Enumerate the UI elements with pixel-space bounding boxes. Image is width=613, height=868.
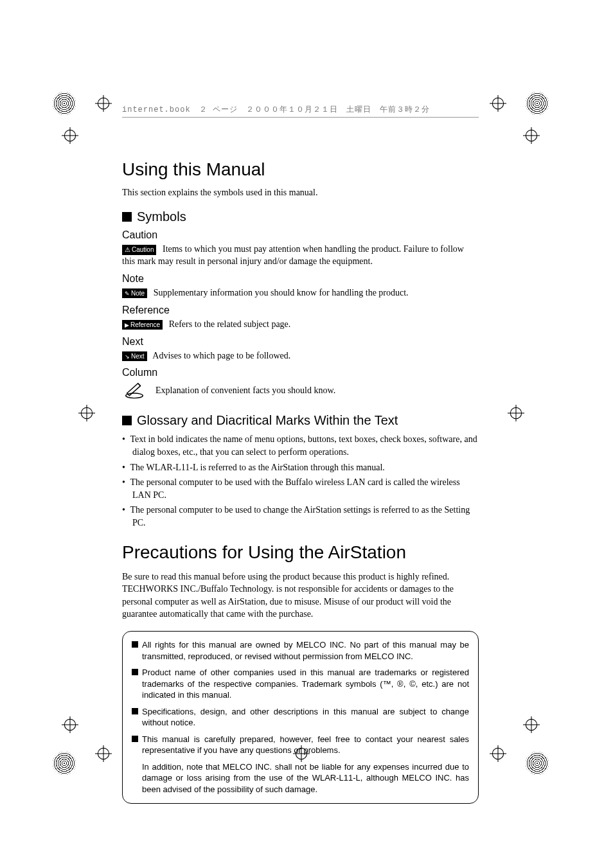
column-block: Explanation of convenient facts you shou…	[122, 381, 479, 400]
box-text: This manual is carefully prepared, howev…	[142, 734, 469, 756]
registration-mark	[62, 716, 78, 733]
box-item: Specifications, design, and other descri…	[132, 706, 469, 729]
column-heading: Column	[122, 367, 479, 378]
next-heading: Next	[122, 336, 479, 348]
registration-mark	[78, 405, 95, 421]
registration-mark	[508, 405, 524, 421]
box-text: Product name of other companies used in …	[142, 667, 469, 701]
glossary-bullet-list: Text in bold indicates the name of menu …	[122, 433, 479, 529]
section-heading-glossary: Glossary and Diacritical Marks Within th…	[122, 413, 479, 428]
print-rosette-tl	[53, 92, 76, 115]
list-item: The personal computer to be used to chan…	[122, 504, 479, 529]
box-text: Specifications, design, and other descri…	[142, 706, 469, 729]
note-block: Note Supplementary information you shoul…	[122, 287, 479, 299]
next-block: Next Advises to which page to be followe…	[122, 350, 479, 362]
square-bullet-icon	[122, 212, 132, 222]
square-bullet-icon	[132, 641, 138, 648]
column-text: Explanation of convenient facts you shou…	[155, 385, 335, 396]
caution-heading: Caution	[122, 229, 479, 241]
list-item: The WLAR-L11-L is referred to as the Air…	[122, 461, 479, 474]
symbols-heading: Symbols	[137, 209, 186, 224]
square-bullet-icon	[132, 736, 138, 742]
box-text: All rights for this manual are owned by …	[142, 639, 469, 662]
reference-block: Reference Refers to the related subject …	[122, 319, 479, 331]
registration-mark	[490, 95, 506, 112]
registration-mark	[523, 716, 540, 733]
note-text: Supplementary information you should kno…	[154, 288, 409, 297]
intro-text: This section explains the symbols used i…	[122, 188, 479, 198]
square-bullet-icon	[122, 416, 132, 425]
print-rosette-bl	[53, 752, 76, 775]
reference-badge-icon: Reference	[122, 320, 163, 330]
page-content: internet.book ２ ページ ２０００年１０月２１日 土曜日 午前３時…	[122, 103, 479, 804]
caution-badge-icon: Caution	[122, 245, 156, 255]
glossary-heading: Glossary and Diacritical Marks Within th…	[137, 413, 398, 428]
registration-mark	[95, 95, 112, 112]
reference-text: Refers to the related subject page.	[169, 319, 291, 329]
registration-mark	[62, 127, 78, 144]
precautions-title: Precautions for Using the AirStation	[122, 542, 479, 563]
precautions-intro: Be sure to read this manual before using…	[122, 571, 479, 621]
next-badge-icon: Next	[122, 351, 147, 362]
print-rosette-br	[526, 752, 549, 775]
page-header-line: internet.book ２ ページ ２０００年１０月２１日 土曜日 午前３時…	[122, 103, 479, 118]
page-header-text: internet.book ２ ページ ２０００年１０月２１日 土曜日 午前３時…	[122, 105, 430, 114]
reference-heading: Reference	[122, 305, 479, 316]
list-item: Text in bold indicates the name of menu …	[122, 433, 479, 458]
caution-text: Items to which you must pay attention wh…	[122, 244, 464, 266]
section-heading-symbols: Symbols	[122, 209, 479, 224]
registration-mark	[523, 127, 540, 144]
list-item: The personal computer to be used with th…	[122, 476, 479, 501]
precautions-box: All rights for this manual are owned by …	[122, 631, 479, 804]
box-item: All rights for this manual are owned by …	[132, 639, 469, 662]
note-heading: Note	[122, 273, 479, 285]
box-addendum: In addition, note that MELCO INC. shall …	[132, 761, 469, 795]
next-text: Advises to which page to be followed.	[152, 351, 290, 360]
note-badge-icon: Note	[122, 288, 147, 299]
page-title: Using this Manual	[122, 159, 479, 180]
registration-mark	[95, 745, 112, 762]
square-bullet-icon	[132, 708, 138, 714]
box-item: Product name of other companies used in …	[132, 667, 469, 701]
print-rosette-tr	[526, 92, 549, 115]
box-item: This manual is carefully prepared, howev…	[132, 734, 469, 756]
pen-note-icon	[122, 381, 147, 400]
caution-block: Caution Items to which you must pay atte…	[122, 244, 479, 268]
square-bullet-icon	[132, 669, 138, 675]
registration-mark	[490, 745, 506, 762]
